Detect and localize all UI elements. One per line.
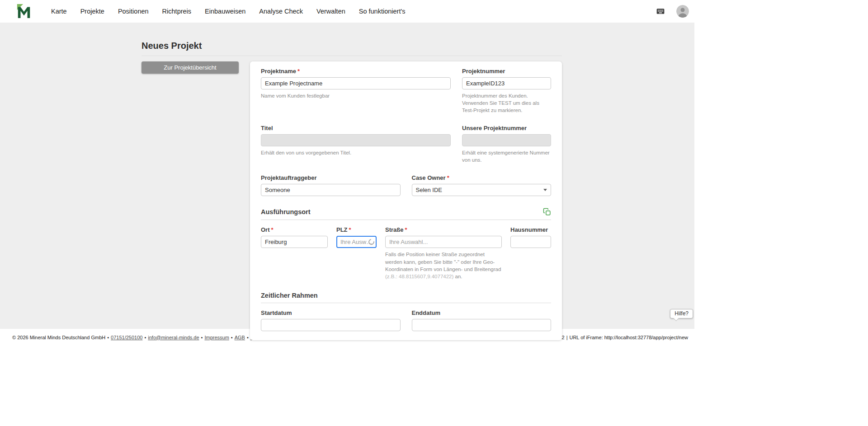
label-text: PLZ bbox=[336, 226, 348, 233]
form-row-name-number: Projektname* Name vom Kunden festlegbar … bbox=[261, 68, 551, 114]
projektnummer-label: Projektnummer bbox=[462, 68, 551, 75]
projektnummer-input[interactable] bbox=[462, 77, 551, 89]
enddatum-label: Enddatum bbox=[412, 309, 552, 316]
titel-input bbox=[261, 134, 451, 146]
hausnummer-label: Hausnummer bbox=[510, 226, 551, 233]
field-plz: PLZ* bbox=[336, 226, 377, 280]
projektname-label: Projektname* bbox=[261, 68, 451, 75]
form-row-address: Ort* PLZ* Straße* bbox=[261, 226, 551, 280]
strasse-helper-example: (z.B.: 48.8115607,9.4077422) bbox=[385, 274, 453, 279]
label-text: Hausnummer bbox=[510, 226, 548, 233]
nav-item-so-funktionierts[interactable]: So funktioniert's bbox=[359, 8, 406, 15]
strasse-input[interactable] bbox=[385, 236, 502, 248]
copy-icon bbox=[543, 208, 551, 216]
plz-label: PLZ* bbox=[336, 226, 377, 233]
field-titel: Titel Erhält den von uns vorgegebenen Ti… bbox=[261, 125, 451, 164]
nav-item-analyse-check[interactable]: Analyse Check bbox=[259, 8, 303, 15]
nav-item-verwalten[interactable]: Verwalten bbox=[316, 8, 345, 15]
copy-address-button[interactable] bbox=[543, 208, 551, 216]
label-text: Projektauftraggeber bbox=[261, 174, 317, 181]
section-ausfuehrungsort-title: Ausführungsort bbox=[261, 208, 311, 215]
label-text: Projektname bbox=[261, 68, 296, 75]
app-window: Karte Projekte Positionen Richtpreis Ein… bbox=[0, 0, 694, 346]
nav-item-projekte[interactable]: Projekte bbox=[80, 8, 104, 15]
project-form-card: Projektname* Name vom Kunden festlegbar … bbox=[250, 61, 562, 340]
nav-item-einbauweisen[interactable]: Einbauweisen bbox=[205, 8, 245, 15]
required-asterisk: * bbox=[349, 226, 351, 233]
nav-right-icons bbox=[655, 5, 689, 18]
footer-pipe: | bbox=[566, 335, 568, 340]
startdatum-label: Startdatum bbox=[261, 309, 401, 316]
unsere-projektnummer-label: Unsere Projektnummer bbox=[462, 125, 551, 131]
label-text: Unsere Projektnummer bbox=[462, 125, 527, 131]
iframe-url-info: URL of iFrame: http://localhost:32778/ap… bbox=[569, 335, 688, 340]
strasse-helper: Falls die Position keiner Straße zugeord… bbox=[385, 251, 502, 280]
strasse-helper-main: Falls die Position keiner Straße zugeord… bbox=[385, 252, 501, 272]
plz-input-wrap bbox=[336, 236, 377, 248]
left-column: Zur Projektübersicht bbox=[142, 61, 239, 74]
help-button[interactable]: Hilfe? bbox=[670, 309, 693, 318]
chevron-down-icon bbox=[543, 189, 547, 191]
footer-separator: • bbox=[107, 335, 109, 340]
projektauftraggeber-input[interactable] bbox=[261, 184, 401, 196]
mineral-minds-logo[interactable] bbox=[16, 4, 32, 19]
label-text: Straße bbox=[385, 226, 403, 233]
label-text: Startdatum bbox=[261, 309, 292, 316]
label-text: Titel bbox=[261, 125, 273, 131]
top-nav: Karte Projekte Positionen Richtpreis Ein… bbox=[0, 0, 694, 23]
required-asterisk: * bbox=[405, 226, 407, 233]
nav-item-richtpreis[interactable]: Richtpreis bbox=[162, 8, 191, 15]
page-title: Neues Projekt bbox=[142, 41, 562, 51]
section-zeitlicher-rahmen: Zeitlicher Rahmen bbox=[261, 292, 551, 303]
form-row-dates: Startdatum Enddatum bbox=[261, 309, 551, 331]
projektname-input[interactable] bbox=[261, 77, 451, 89]
case-owner-label: Case Owner* bbox=[412, 174, 552, 181]
body-row: Zur Projektübersicht Projektname* Name v… bbox=[142, 61, 562, 340]
titel-label: Titel bbox=[261, 125, 451, 131]
label-text: Ort bbox=[261, 226, 270, 233]
label-text: Projektnummer bbox=[462, 68, 505, 75]
case-owner-selected-value: Selen IDE bbox=[416, 187, 443, 193]
label-text: Case Owner bbox=[412, 174, 446, 181]
titel-helper: Erhält den von uns vorgegebenen Titel. bbox=[261, 149, 451, 156]
required-asterisk: * bbox=[297, 68, 300, 75]
unsere-projektnummer-input bbox=[462, 134, 551, 146]
startdatum-input[interactable] bbox=[261, 319, 401, 331]
field-enddatum: Enddatum bbox=[412, 309, 552, 331]
nav-item-positionen[interactable]: Positionen bbox=[118, 8, 149, 15]
case-owner-select[interactable]: Selen IDE bbox=[412, 184, 552, 196]
projektauftraggeber-label: Projektauftraggeber bbox=[261, 174, 401, 181]
projektnummer-helper: Projektnummer des Kunden. Verwenden Sie … bbox=[462, 92, 551, 114]
help-label: Hilfe? bbox=[675, 310, 689, 317]
field-unsere-projektnummer: Unsere Projektnummer Erhält eine systemg… bbox=[462, 125, 551, 164]
footer-phone-link[interactable]: 07151/250100 bbox=[111, 335, 142, 340]
nav-item-karte[interactable]: Karte bbox=[51, 8, 67, 15]
field-case-owner: Case Owner* Selen IDE bbox=[412, 174, 552, 196]
field-projektname: Projektname* Name vom Kunden festlegbar bbox=[261, 68, 451, 114]
enddatum-input[interactable] bbox=[412, 319, 552, 331]
form-row-titel-unsere-nummer: Titel Erhält den von uns vorgegebenen Ti… bbox=[261, 125, 551, 164]
keyboard-icon[interactable] bbox=[655, 7, 666, 16]
field-strasse: Straße* Falls die Position keiner Straße… bbox=[385, 226, 502, 280]
required-asterisk: * bbox=[271, 226, 274, 233]
field-startdatum: Startdatum bbox=[261, 309, 401, 331]
hausnummer-input[interactable] bbox=[510, 236, 551, 248]
section-zeitlicher-rahmen-title: Zeitlicher Rahmen bbox=[261, 292, 318, 299]
ort-input[interactable] bbox=[261, 236, 328, 248]
strasse-label: Straße* bbox=[385, 226, 502, 233]
logo-m-icon bbox=[16, 4, 32, 19]
content-container: Neues Projekt Zur Projektübersicht Proje… bbox=[142, 23, 562, 340]
projektname-helper: Name vom Kunden festlegbar bbox=[261, 92, 451, 99]
field-projektnummer: Projektnummer Projektnummer des Kunden. … bbox=[462, 68, 551, 114]
back-to-project-overview-button[interactable]: Zur Projektübersicht bbox=[142, 61, 239, 74]
form-row-auftraggeber-owner: Projektauftraggeber Case Owner* Selen ID… bbox=[261, 174, 551, 196]
main-nav: Karte Projekte Positionen Richtpreis Ein… bbox=[51, 8, 405, 15]
unsere-projektnummer-helper: Erhält eine systemgenerierte Nummer von … bbox=[462, 149, 551, 164]
field-ort: Ort* bbox=[261, 226, 328, 280]
section-ausfuehrungsort: Ausführungsort bbox=[261, 208, 551, 220]
field-hausnummer: Hausnummer bbox=[510, 226, 551, 280]
label-text: Enddatum bbox=[412, 309, 441, 316]
required-asterisk: * bbox=[447, 174, 449, 181]
footer-copyright: © 2026 Mineral Minds Deutschland GmbH bbox=[12, 335, 105, 340]
user-avatar-icon[interactable] bbox=[676, 5, 689, 18]
